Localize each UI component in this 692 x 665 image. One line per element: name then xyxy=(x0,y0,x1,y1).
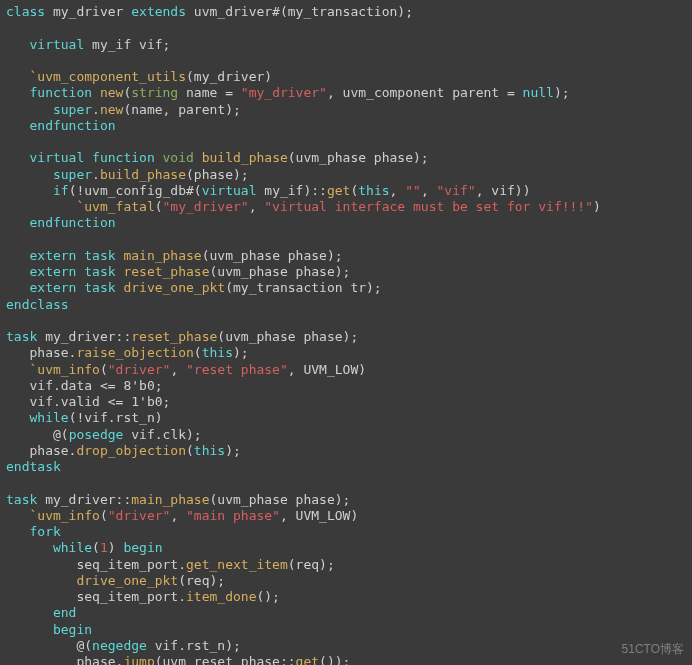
kw-class: class xyxy=(6,4,45,19)
code-block: class my_driver extends uvm_driver#(my_t… xyxy=(0,0,692,665)
